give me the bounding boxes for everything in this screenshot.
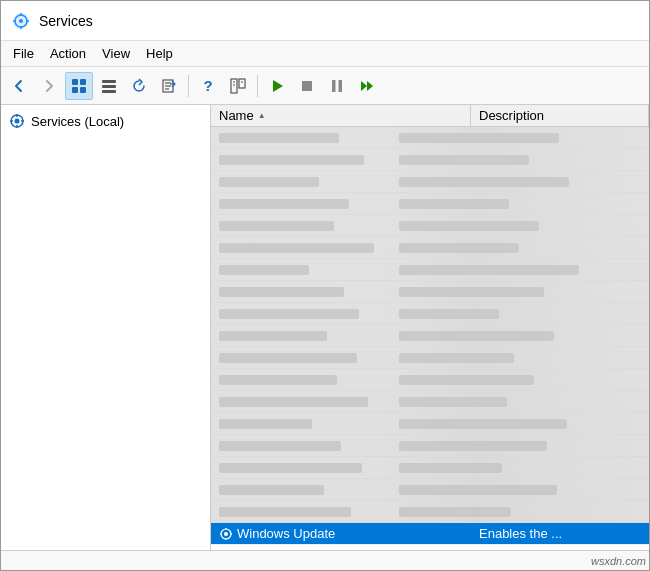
svg-rect-8 [80,79,86,85]
forward-button[interactable] [35,72,63,100]
svg-rect-27 [339,80,343,92]
pause-service-button[interactable] [323,72,351,100]
svg-rect-19 [231,79,237,93]
app-icon [11,11,31,31]
start-service-button[interactable] [263,72,291,100]
right-panel: Name ▲ Description [211,105,649,550]
windows-update-desc: Enables the ... [479,526,562,541]
svg-rect-20 [239,79,245,88]
blurred-row[interactable] [211,215,649,237]
svg-rect-7 [72,79,78,85]
blurred-row[interactable] [211,237,649,259]
blurred-row[interactable] [211,369,649,391]
service-desc-cell: Enables the ... [471,526,649,541]
blurred-row[interactable] [211,435,649,457]
blurred-row[interactable] [211,193,649,215]
menu-action[interactable]: Action [42,44,94,63]
svg-rect-12 [102,85,116,88]
refresh-button[interactable] [125,72,153,100]
blurred-row[interactable] [211,171,649,193]
svg-rect-9 [72,87,78,93]
sidebar: Services (Local) [1,105,211,550]
back-button[interactable] [5,72,33,100]
toolbar-sep-1 [188,75,189,97]
title-bar: Services [1,1,649,41]
blurred-row[interactable] [211,347,649,369]
svg-marker-29 [367,81,373,91]
svg-rect-26 [332,80,336,92]
service-name-cell: Windows Update [211,526,471,541]
blurred-row[interactable] [211,259,649,281]
extended-view-button[interactable] [95,72,123,100]
menu-help[interactable]: Help [138,44,181,63]
svg-point-37 [224,532,228,536]
stop-service-button[interactable] [293,72,321,100]
help-button[interactable]: ? [194,72,222,100]
svg-point-31 [15,119,20,124]
sort-arrow-name: ▲ [258,111,266,120]
menu-file[interactable]: File [5,44,42,63]
window-title: Services [39,13,93,29]
blurred-row[interactable] [211,413,649,435]
blurred-row[interactable] [211,281,649,303]
svg-rect-13 [102,90,116,93]
services-local-icon [9,113,25,129]
export-button[interactable] [155,72,183,100]
sidebar-label: Services (Local) [31,114,124,129]
service-gear-icon [219,527,233,541]
blurred-row[interactable] [211,391,649,413]
toolbar: ? [1,67,649,105]
windows-update-name: Windows Update [237,526,335,541]
status-bar [1,550,649,571]
column-headers: Name ▲ Description [211,105,649,127]
standard-view-button[interactable] [65,72,93,100]
svg-marker-24 [273,80,283,92]
blurred-service-rows [211,127,649,523]
svg-rect-11 [102,80,116,83]
menu-bar: File Action View Help [1,41,649,67]
blurred-row[interactable] [211,325,649,347]
svg-point-2 [19,19,23,23]
col-header-name[interactable]: Name ▲ [211,105,471,126]
svg-rect-25 [302,81,312,91]
blurred-row[interactable] [211,479,649,501]
service-row-windows-update[interactable]: Windows Update Enables the ... [211,523,649,545]
blurred-row[interactable] [211,501,649,523]
service-list[interactable]: Windows Update Enables the ... [211,127,649,550]
main-content: Services (Local) Name ▲ Description [1,105,649,550]
blurred-row[interactable] [211,457,649,479]
resume-service-button[interactable] [353,72,381,100]
sidebar-item-local-services[interactable]: Services (Local) [1,109,210,133]
properties-button[interactable] [224,72,252,100]
blurred-row[interactable] [211,303,649,325]
blurred-row[interactable] [211,127,649,149]
svg-rect-10 [80,87,86,93]
blurred-row[interactable] [211,149,649,171]
col-header-description[interactable]: Description [471,105,649,126]
toolbar-sep-2 [257,75,258,97]
svg-marker-28 [361,81,367,91]
menu-view[interactable]: View [94,44,138,63]
